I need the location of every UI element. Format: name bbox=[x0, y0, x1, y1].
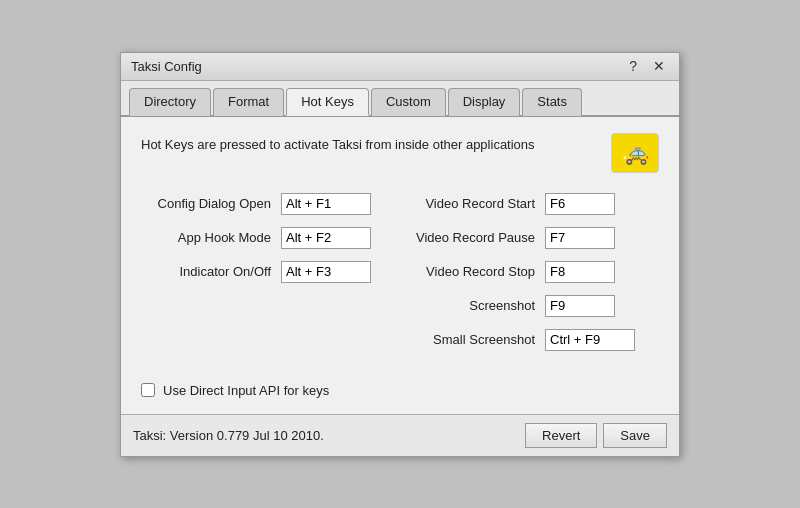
title-bar-controls: ? ✕ bbox=[625, 59, 669, 73]
small-screenshot-input[interactable] bbox=[545, 329, 635, 351]
content-area: Hot Keys are pressed to activate Taksi f… bbox=[121, 117, 679, 414]
video-stop-label: Video Record Stop bbox=[415, 264, 545, 279]
hotkey-row-app-hook: App Hook Mode bbox=[141, 227, 385, 249]
video-pause-input[interactable] bbox=[545, 227, 615, 249]
tab-hotkeys[interactable]: Hot Keys bbox=[286, 88, 369, 116]
hotkey-row-screenshot: Screenshot bbox=[415, 295, 659, 317]
hotkeys-grid: Config Dialog Open App Hook Mode Indicat… bbox=[141, 193, 659, 363]
right-hotkeys-column: Video Record Start Video Record Pause Vi… bbox=[415, 193, 659, 363]
window-title: Taksi Config bbox=[131, 59, 202, 74]
tab-bar: Directory Format Hot Keys Custom Display… bbox=[121, 81, 679, 117]
title-bar: Taksi Config ? ✕ bbox=[121, 53, 679, 81]
tab-directory[interactable]: Directory bbox=[129, 88, 211, 116]
hotkey-row-video-stop: Video Record Stop bbox=[415, 261, 659, 283]
left-hotkeys-column: Config Dialog Open App Hook Mode Indicat… bbox=[141, 193, 385, 363]
video-stop-input[interactable] bbox=[545, 261, 615, 283]
hotkey-row-indicator: Indicator On/Off bbox=[141, 261, 385, 283]
app-hook-label: App Hook Mode bbox=[141, 230, 281, 245]
close-button[interactable]: ✕ bbox=[649, 59, 669, 73]
video-start-input[interactable] bbox=[545, 193, 615, 215]
tab-stats[interactable]: Stats bbox=[522, 88, 582, 116]
help-button[interactable]: ? bbox=[625, 59, 641, 73]
video-start-label: Video Record Start bbox=[415, 196, 545, 211]
footer-buttons: Revert Save bbox=[525, 423, 667, 448]
save-button[interactable]: Save bbox=[603, 423, 667, 448]
main-window: Taksi Config ? ✕ Directory Format Hot Ke… bbox=[120, 52, 680, 457]
tab-display[interactable]: Display bbox=[448, 88, 521, 116]
hotkey-row-video-pause: Video Record Pause bbox=[415, 227, 659, 249]
screenshot-label: Screenshot bbox=[415, 298, 545, 313]
hotkey-row-small-screenshot: Small Screenshot bbox=[415, 329, 659, 351]
screenshot-input[interactable] bbox=[545, 295, 615, 317]
version-text: Taksi: Version 0.779 Jul 10 2010. bbox=[133, 428, 324, 443]
taxi-icon: 🚕 bbox=[611, 133, 659, 173]
indicator-input[interactable] bbox=[281, 261, 371, 283]
tab-custom[interactable]: Custom bbox=[371, 88, 446, 116]
config-dialog-input[interactable] bbox=[281, 193, 371, 215]
description-row: Hot Keys are pressed to activate Taksi f… bbox=[141, 133, 659, 173]
tab-format[interactable]: Format bbox=[213, 88, 284, 116]
checkbox-row: Use Direct Input API for keys bbox=[141, 383, 659, 398]
config-dialog-label: Config Dialog Open bbox=[141, 196, 281, 211]
video-pause-label: Video Record Pause bbox=[415, 230, 545, 245]
hotkey-row-video-start: Video Record Start bbox=[415, 193, 659, 215]
description-text: Hot Keys are pressed to activate Taksi f… bbox=[141, 133, 601, 152]
direct-input-label: Use Direct Input API for keys bbox=[163, 383, 329, 398]
direct-input-checkbox[interactable] bbox=[141, 383, 155, 397]
footer: Taksi: Version 0.779 Jul 10 2010. Revert… bbox=[121, 414, 679, 456]
revert-button[interactable]: Revert bbox=[525, 423, 597, 448]
indicator-label: Indicator On/Off bbox=[141, 264, 281, 279]
hotkey-row-config-dialog: Config Dialog Open bbox=[141, 193, 385, 215]
small-screenshot-label: Small Screenshot bbox=[415, 332, 545, 347]
app-hook-input[interactable] bbox=[281, 227, 371, 249]
